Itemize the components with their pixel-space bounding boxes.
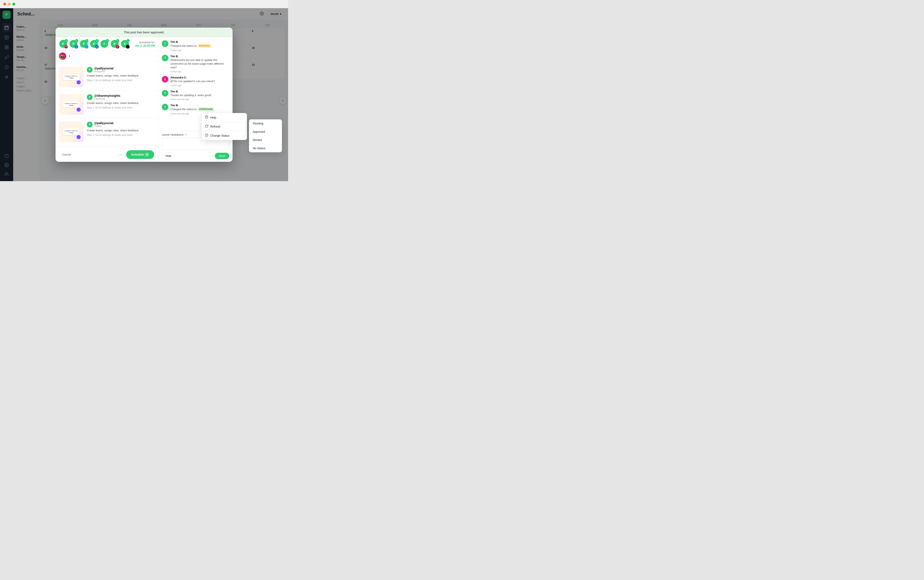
post-item-facebook: Create a Team on Pallyy → P @Sharemyinsi	[56, 91, 158, 118]
comment-avatar-alex: A	[162, 76, 168, 82]
extra1-check-icon: ✓	[106, 39, 109, 43]
comment-item-3: A Alexandra C. @Tim I've updated it, can…	[162, 76, 229, 86]
modal: This post has been approved. P ✓ 📷	[56, 28, 232, 162]
maximize-button[interactable]	[12, 3, 15, 5]
platform-tab-extra1[interactable]: P ✓	[100, 40, 109, 48]
app-shell: P	[0, 8, 288, 181]
hide-button[interactable]: Hide	[162, 153, 175, 159]
schedule-info: Scheduled for: Apr 2, 02:00 PM	[135, 41, 155, 47]
comment-time-4: a few seconds ago	[170, 98, 229, 101]
tiktok-check-icon: ✓	[126, 39, 130, 43]
comment-time-3: 4 days ago	[170, 84, 229, 87]
active-platform-label: ▼	[68, 55, 71, 58]
post-account-twitter: P @pallyysocial Twitter	[87, 122, 155, 128]
more-options-button[interactable]: ···	[118, 151, 124, 158]
thumb-arrow-icon-fb: →	[77, 108, 81, 112]
facebook-icon-badge: f	[74, 45, 78, 49]
schedule-date[interactable]: Apr 2, 02:00 PM	[135, 44, 155, 47]
thumb-arrow-icon: →	[77, 80, 81, 84]
thumb-arrow-icon-tw: →	[77, 135, 81, 139]
comment-content-2: Tim B. @alexandra Are you able to update…	[170, 55, 229, 73]
context-menu-refresh[interactable]: Refresh	[202, 122, 247, 131]
pinterest-check-icon: ✓	[116, 39, 119, 43]
platform-tab-twitter[interactable]: P ✓ 🐦	[79, 40, 88, 48]
account-avatar-facebook: P	[87, 94, 92, 100]
linkedin-check-icon: ✓	[96, 39, 99, 43]
post-list: Create a Team on Pallyy → P @pallyysocia	[56, 62, 158, 147]
modal-overlay[interactable]: This post has been approved. P ✓ 📷	[0, 8, 288, 181]
platform-tab-pinterest[interactable]: P ✓ P	[110, 40, 119, 48]
modal-right: T Tim B. Changed the status to PENDING 6…	[158, 37, 232, 162]
context-menu-change-status[interactable]: Change Status ›	[202, 131, 247, 140]
feedback-more-button[interactable]: ···	[209, 153, 213, 159]
comment-avatar-tim2: T	[162, 55, 168, 61]
schedule-button[interactable]: Schedule ▾	[126, 150, 154, 159]
comment-text-3: @Tim I've updated it, can you check?	[170, 79, 229, 83]
comment-author-3: Alexandra C.	[170, 76, 229, 79]
post-content-facebook: P @Sharemyinsights Facebook Create teams…	[87, 94, 155, 109]
comment-content-3: Alexandra C. @Tim I've updated it, can y…	[170, 76, 229, 86]
platform-tab-instagram[interactable]: P ✓ 📷	[59, 40, 68, 48]
facebook-check-icon: ✓	[75, 39, 78, 43]
status-option-approved[interactable]: Approved	[249, 128, 282, 136]
platform-tab-tiktok[interactable]: P ✓ ♪	[120, 40, 129, 48]
info-icon: ?	[185, 133, 186, 136]
comment-time-1: 6 days ago	[170, 49, 229, 51]
context-menu-help[interactable]: Help	[202, 113, 247, 122]
post-step-facebook: Step 1: Go to Settings & create your tea…	[87, 106, 155, 109]
instagram-active-icon: 📷	[59, 53, 66, 60]
tiktok-icon-badge: ♪	[126, 45, 130, 49]
modal-footer: Cancel ··· Schedule ▾	[56, 147, 158, 162]
comment-content-1: Tim B. Changed the status to PENDING 6 d…	[170, 40, 229, 51]
comment-item-4: T Tim B. Thanks for updating it, looks g…	[162, 90, 229, 101]
refresh-label: Refresh	[210, 125, 221, 128]
comment-avatar-tim1: T	[162, 40, 168, 47]
help-label: Help	[210, 116, 216, 119]
status-option-denied[interactable]: Denied	[249, 136, 282, 144]
window-chrome	[0, 0, 288, 8]
post-content-instagram: P @pallyysocial Instagram Create teams, …	[87, 67, 155, 82]
help-icon	[205, 115, 208, 119]
comment-author-1: Tim B.	[170, 40, 229, 43]
comment-avatar-tim3: T	[162, 90, 168, 97]
post-text-facebook: Create teams, assign roles, share feedba…	[87, 102, 155, 105]
post-step-instagram: Step 1: Go to Settings & create your tea…	[87, 79, 155, 82]
account-platform-instagram: Instagram	[94, 70, 114, 73]
twitter-icon-badge: 🐦	[85, 45, 89, 49]
active-platform-indicator: 📷 ▼	[56, 51, 158, 62]
context-menu: Help Refresh Change Status ›	[202, 113, 247, 140]
approval-banner: This post has been approved.	[56, 28, 232, 37]
cancel-button[interactable]: Cancel	[60, 151, 74, 158]
pinterest-icon-badge: P	[116, 45, 119, 49]
feedback-footer: Hide ··· Send	[162, 153, 229, 159]
comment-author-5: Tim B.	[170, 104, 229, 107]
account-avatar-twitter: P	[87, 122, 92, 127]
account-name-facebook: @Sharemyinsights	[94, 94, 120, 97]
schedule-chevron-icon: ▾	[145, 152, 149, 157]
status-submenu: Pending Approved Denied No Status	[249, 119, 282, 152]
send-button[interactable]: Send	[215, 153, 229, 159]
schedule-label: Schedule	[131, 153, 144, 156]
account-name-instagram: @pallyysocial	[94, 67, 114, 70]
platform-tab-facebook[interactable]: P ✓ f	[69, 40, 78, 48]
status-option-pending[interactable]: Pending	[249, 119, 282, 128]
post-account-instagram: P @pallyysocial Instagram	[87, 67, 155, 73]
post-item-instagram: Create a Team on Pallyy → P @pallyysocia	[56, 63, 158, 91]
platform-tab-linkedin[interactable]: P ✓ in	[90, 40, 98, 48]
account-name-twitter: @pallyysocial	[94, 122, 114, 125]
change-status-label: Change Status	[210, 134, 229, 137]
comment-content-4: Tim B. Thanks for updating it, looks goo…	[170, 90, 229, 101]
submenu-arrow-icon: ›	[243, 134, 244, 137]
comment-avatar-tim4: T	[162, 104, 168, 110]
comment-author-2: Tim B.	[170, 55, 229, 58]
account-platform-facebook: Facebook	[94, 97, 120, 100]
close-button[interactable]	[3, 3, 6, 5]
pending-badge: PENDING	[198, 44, 212, 48]
comment-text-5: Changed the status to APPROVED	[170, 107, 229, 112]
comment-time-2: 6 days ago	[170, 70, 229, 72]
status-option-no-status[interactable]: No Status	[249, 144, 282, 152]
post-content-twitter: P @pallyysocial Twitter Create teams, as…	[87, 122, 155, 137]
minimize-button[interactable]	[8, 3, 11, 5]
approval-banner-text: This post has been approved.	[124, 30, 165, 34]
post-text-instagram: Create teams, assign roles, share feedba…	[87, 74, 155, 77]
